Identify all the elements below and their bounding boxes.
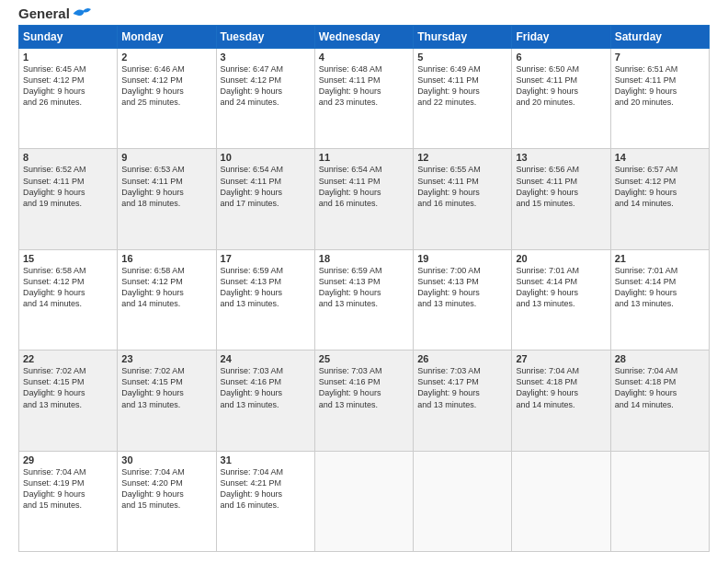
day-info: Sunrise: 6:56 AM Sunset: 4:11 PM Dayligh… <box>516 164 606 209</box>
day-info: Sunrise: 6:51 AM Sunset: 4:11 PM Dayligh… <box>615 63 705 109</box>
day-number: 20 <box>516 253 606 264</box>
calendar-cell: 19Sunrise: 7:00 AM Sunset: 4:13 PM Dayli… <box>414 249 512 350</box>
header-tuesday: Tuesday <box>216 26 314 49</box>
day-number: 27 <box>516 353 606 364</box>
day-number: 4 <box>319 52 409 63</box>
day-info: Sunrise: 6:55 AM Sunset: 4:11 PM Dayligh… <box>417 164 507 209</box>
calendar-cell: 27Sunrise: 7:04 AM Sunset: 4:18 PM Dayli… <box>512 350 610 451</box>
day-number: 16 <box>121 253 211 264</box>
week-row-1: 1Sunrise: 6:45 AM Sunset: 4:12 PM Daylig… <box>19 49 710 149</box>
day-number: 3 <box>221 52 311 63</box>
header: General <box>18 15 710 17</box>
day-number: 25 <box>319 353 409 364</box>
day-info: Sunrise: 6:47 AM Sunset: 4:12 PM Dayligh… <box>221 63 311 109</box>
calendar-cell: 30Sunrise: 7:04 AM Sunset: 4:20 PM Dayli… <box>118 451 216 551</box>
day-number: 19 <box>417 253 507 264</box>
calendar-cell: 13Sunrise: 6:56 AM Sunset: 4:11 PM Dayli… <box>512 149 610 249</box>
day-number: 29 <box>23 454 113 465</box>
day-info: Sunrise: 7:03 AM Sunset: 4:17 PM Dayligh… <box>417 365 507 410</box>
calendar-cell: 7Sunrise: 6:51 AM Sunset: 4:11 PM Daylig… <box>610 49 709 149</box>
day-info: Sunrise: 6:45 AM Sunset: 4:12 PM Dayligh… <box>23 63 113 109</box>
calendar-cell: 26Sunrise: 7:03 AM Sunset: 4:17 PM Dayli… <box>414 350 512 451</box>
day-number: 23 <box>121 353 211 364</box>
day-info: Sunrise: 6:50 AM Sunset: 4:11 PM Dayligh… <box>516 63 606 109</box>
calendar-cell: 22Sunrise: 7:02 AM Sunset: 4:15 PM Dayli… <box>19 350 118 451</box>
day-info: Sunrise: 7:04 AM Sunset: 4:20 PM Dayligh… <box>121 466 211 511</box>
day-number: 30 <box>121 454 211 465</box>
day-number: 28 <box>615 353 705 364</box>
calendar-cell <box>512 451 610 551</box>
header-monday: Monday <box>118 26 216 49</box>
day-number: 21 <box>615 253 705 264</box>
day-number: 1 <box>23 52 113 63</box>
calendar-cell: 6Sunrise: 6:50 AM Sunset: 4:11 PM Daylig… <box>512 49 610 149</box>
day-number: 12 <box>417 152 507 163</box>
day-info: Sunrise: 7:03 AM Sunset: 4:16 PM Dayligh… <box>319 365 409 410</box>
header-wednesday: Wednesday <box>314 26 413 49</box>
week-row-5: 29Sunrise: 7:04 AM Sunset: 4:19 PM Dayli… <box>19 451 710 551</box>
day-info: Sunrise: 7:03 AM Sunset: 4:16 PM Dayligh… <box>221 365 311 410</box>
day-info: Sunrise: 7:02 AM Sunset: 4:15 PM Dayligh… <box>23 365 113 410</box>
day-number: 11 <box>319 152 409 163</box>
day-info: Sunrise: 6:58 AM Sunset: 4:12 PM Dayligh… <box>23 265 113 310</box>
page: General SundayMondayTuesdayWednesdayThur… <box>0 0 728 563</box>
calendar-cell: 17Sunrise: 6:59 AM Sunset: 4:13 PM Dayli… <box>216 249 314 350</box>
day-info: Sunrise: 7:00 AM Sunset: 4:13 PM Dayligh… <box>417 265 507 310</box>
day-info: Sunrise: 6:48 AM Sunset: 4:11 PM Dayligh… <box>319 63 409 109</box>
day-number: 22 <box>23 353 113 364</box>
header-friday: Friday <box>512 26 610 49</box>
day-number: 7 <box>615 52 705 63</box>
day-number: 15 <box>23 253 113 264</box>
day-number: 14 <box>615 152 705 163</box>
day-info: Sunrise: 6:59 AM Sunset: 4:13 PM Dayligh… <box>319 265 409 310</box>
day-number: 24 <box>221 353 311 364</box>
day-number: 6 <box>516 52 606 63</box>
calendar-cell: 31Sunrise: 7:04 AM Sunset: 4:21 PM Dayli… <box>216 451 314 551</box>
calendar-cell: 23Sunrise: 7:02 AM Sunset: 4:15 PM Dayli… <box>118 350 216 451</box>
day-info: Sunrise: 6:49 AM Sunset: 4:11 PM Dayligh… <box>417 63 507 109</box>
day-info: Sunrise: 6:52 AM Sunset: 4:11 PM Dayligh… <box>23 164 113 209</box>
week-row-4: 22Sunrise: 7:02 AM Sunset: 4:15 PM Dayli… <box>19 350 710 451</box>
logo: General <box>18 15 92 17</box>
calendar-table: SundayMondayTuesdayWednesdayThursdayFrid… <box>18 25 710 552</box>
header-saturday: Saturday <box>610 26 709 49</box>
day-number: 31 <box>221 454 311 465</box>
calendar-cell: 11Sunrise: 6:54 AM Sunset: 4:11 PM Dayli… <box>314 149 413 249</box>
calendar-cell: 4Sunrise: 6:48 AM Sunset: 4:11 PM Daylig… <box>314 49 413 149</box>
day-info: Sunrise: 7:01 AM Sunset: 4:14 PM Dayligh… <box>615 265 705 310</box>
calendar-cell: 1Sunrise: 6:45 AM Sunset: 4:12 PM Daylig… <box>19 49 118 149</box>
calendar-cell: 8Sunrise: 6:52 AM Sunset: 4:11 PM Daylig… <box>19 149 118 249</box>
day-number: 10 <box>221 152 311 163</box>
week-row-2: 8Sunrise: 6:52 AM Sunset: 4:11 PM Daylig… <box>19 149 710 249</box>
day-number: 17 <box>221 253 311 264</box>
day-number: 2 <box>121 52 211 63</box>
day-number: 8 <box>23 152 113 163</box>
calendar-header-row: SundayMondayTuesdayWednesdayThursdayFrid… <box>19 26 710 49</box>
header-sunday: Sunday <box>19 26 118 49</box>
calendar-cell: 14Sunrise: 6:57 AM Sunset: 4:12 PM Dayli… <box>610 149 709 249</box>
calendar-cell: 9Sunrise: 6:53 AM Sunset: 4:11 PM Daylig… <box>118 149 216 249</box>
calendar-cell: 28Sunrise: 7:04 AM Sunset: 4:18 PM Dayli… <box>610 350 709 451</box>
day-number: 13 <box>516 152 606 163</box>
logo-bird2-icon <box>71 6 91 21</box>
day-info: Sunrise: 7:02 AM Sunset: 4:15 PM Dayligh… <box>121 365 211 410</box>
calendar-cell: 16Sunrise: 6:58 AM Sunset: 4:12 PM Dayli… <box>118 249 216 350</box>
day-info: Sunrise: 6:57 AM Sunset: 4:12 PM Dayligh… <box>615 164 705 209</box>
calendar-cell: 10Sunrise: 6:54 AM Sunset: 4:11 PM Dayli… <box>216 149 314 249</box>
day-info: Sunrise: 6:59 AM Sunset: 4:13 PM Dayligh… <box>221 265 311 310</box>
calendar-cell: 24Sunrise: 7:03 AM Sunset: 4:16 PM Dayli… <box>216 350 314 451</box>
logo-general2: General <box>18 6 70 21</box>
calendar-cell: 29Sunrise: 7:04 AM Sunset: 4:19 PM Dayli… <box>19 451 118 551</box>
day-number: 5 <box>417 52 507 63</box>
day-info: Sunrise: 7:01 AM Sunset: 4:14 PM Dayligh… <box>516 265 606 310</box>
calendar-cell: 2Sunrise: 6:46 AM Sunset: 4:12 PM Daylig… <box>118 49 216 149</box>
day-number: 26 <box>417 353 507 364</box>
day-info: Sunrise: 6:53 AM Sunset: 4:11 PM Dayligh… <box>121 164 211 209</box>
calendar-cell: 20Sunrise: 7:01 AM Sunset: 4:14 PM Dayli… <box>512 249 610 350</box>
calendar-cell: 5Sunrise: 6:49 AM Sunset: 4:11 PM Daylig… <box>414 49 512 149</box>
day-info: Sunrise: 7:04 AM Sunset: 4:18 PM Dayligh… <box>615 365 705 410</box>
day-info: Sunrise: 6:54 AM Sunset: 4:11 PM Dayligh… <box>319 164 409 209</box>
day-info: Sunrise: 6:54 AM Sunset: 4:11 PM Dayligh… <box>221 164 311 209</box>
week-row-3: 15Sunrise: 6:58 AM Sunset: 4:12 PM Dayli… <box>19 249 710 350</box>
day-info: Sunrise: 7:04 AM Sunset: 4:19 PM Dayligh… <box>23 466 113 511</box>
